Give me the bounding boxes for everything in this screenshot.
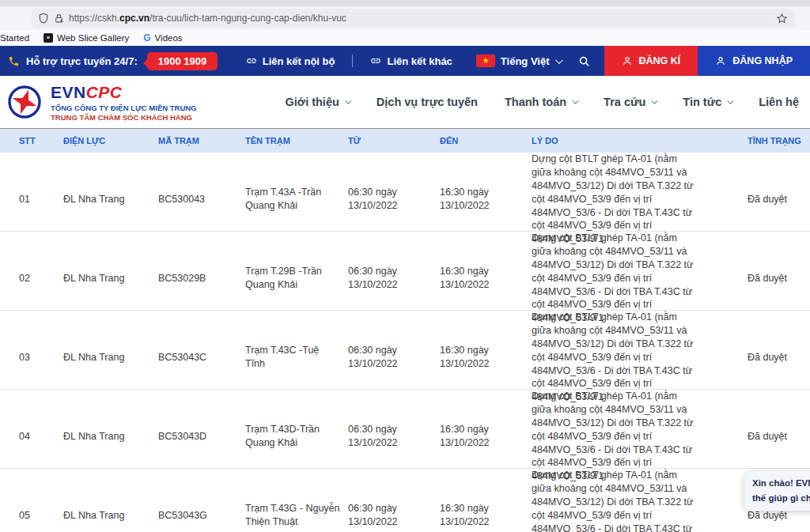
site-header: EVNCPC TỔNG CÔNG TY ĐIỆN LỰC MIỀN TRUNG …	[0, 76, 810, 129]
login-button[interactable]: ĐĂNG NHẬP	[698, 46, 810, 76]
col-header-ten-tram: TÊN TRẠM	[237, 136, 340, 145]
utility-topbar: Hỗ trợ trực tuyến 24/7: 1900 1909 Liên k…	[0, 46, 810, 76]
cell-den: 16:30 ngày 13/10/2022	[432, 344, 524, 371]
nav-item[interactable]: Liên hệ	[759, 96, 799, 108]
bookmark-web-slice-gallery[interactable]: »Web Slice Gallery	[44, 33, 129, 43]
cell-dien-luc: ĐL Nha Trang	[55, 272, 150, 285]
chat-greeting-popup[interactable]: Xin chào! EVNC thế giúp gì cho	[744, 471, 810, 511]
nav-item[interactable]: Tra cứu	[604, 96, 656, 108]
brand-evn: EVN	[51, 83, 86, 101]
cell-tinh-trang: Đã duyệt	[740, 272, 810, 285]
cell-stt: 03	[0, 351, 55, 364]
bookmark-star-icon[interactable]	[776, 13, 788, 25]
google-icon: G	[143, 32, 150, 43]
url-prefix: https://cskh.	[69, 13, 119, 24]
nav-item[interactable]: Tin tức	[683, 96, 732, 108]
cell-tu: 06:30 ngày 13/10/2022	[340, 186, 432, 213]
col-header-tu: TỪ	[340, 136, 432, 145]
evncpc-logo[interactable]: EVNCPC TỔNG CÔNG TY ĐIỆN LỰC MIỀN TRUNG …	[6, 83, 197, 122]
cell-stt: 05	[0, 509, 55, 523]
cell-tu: 06:30 ngày 13/10/2022	[340, 423, 432, 450]
other-links-button[interactable]: Liên kết khác	[353, 55, 469, 67]
cell-dien-luc: ĐL Nha Trang	[55, 351, 150, 364]
cell-den: 16:30 ngày 13/10/2022	[432, 423, 524, 450]
hotline-badge[interactable]: 1900 1909	[147, 52, 218, 70]
chevron-down-icon	[572, 97, 578, 104]
cell-dien-luc: ĐL Nha Trang	[55, 193, 150, 206]
table-row[interactable]: 04 ĐL Nha Trang BC53043D Trạm T.43D-Trần…	[0, 390, 810, 469]
cell-tinh-trang: Đã duyệt	[740, 351, 810, 364]
table-row[interactable]: 03 ĐL Nha Trang BC53043C Trạm T.43C -Tuệ…	[0, 311, 810, 390]
user-icon	[622, 55, 633, 66]
cell-ly-do: Dựng cột BTLT ghép TA-01 (nằm giữa khoản…	[524, 469, 740, 532]
url-domain: cpc.vn	[119, 13, 150, 24]
nav-item[interactable]: Giới thiệu	[286, 96, 350, 108]
cell-tu: 06:30 ngày 13/10/2022	[340, 265, 432, 292]
cell-tinh-trang: Đã duyệt	[740, 430, 810, 443]
evn-star-logo-icon	[6, 84, 43, 120]
nav-item-label: Tin tức	[683, 96, 721, 108]
internal-links-label: Liên kết nội bộ	[263, 55, 335, 67]
col-header-dien-luc: ĐIỆN LỰC	[55, 136, 150, 145]
bookmark-getting-started[interactable]: Started	[0, 33, 29, 43]
bookmark-label: Started	[0, 33, 29, 43]
web-slice-icon: »	[44, 33, 53, 43]
link-icon	[246, 55, 257, 66]
col-header-stt: STT	[0, 136, 55, 145]
outage-table: STT ĐIỆN LỰC MÃ TRẠM TÊN TRẠM TỪ ĐẾN LÝ …	[0, 129, 810, 532]
brand-name: EVNCPC	[51, 83, 197, 102]
cell-den: 16:30 ngày 13/10/2022	[432, 265, 524, 292]
phone-icon	[8, 55, 20, 67]
internal-links-button[interactable]: Liên kết nội bộ	[229, 55, 353, 67]
cell-ma-tram: BC53029B	[150, 272, 237, 285]
cell-dien-luc: ĐL Nha Trang	[55, 430, 150, 443]
company-name: TỔNG CÔNG TY ĐIỆN LỰC MIỀN TRUNG	[51, 104, 197, 112]
bookmark-label: Videos	[155, 33, 183, 43]
nav-item-label: Thanh toán	[505, 96, 566, 108]
cell-ten-tram: Trạm T.43C -Tuệ Tĩnh	[237, 344, 340, 371]
table-row[interactable]: 01 ĐL Nha Trang BC530043 Trạm T.43A -Trầ…	[0, 153, 810, 232]
browser-url-row: https://cskh.cpc.vn/tra-cuu/lich-tam-ngu…	[0, 6, 810, 30]
nav-item[interactable]: Dịch vụ trực tuyến	[377, 96, 478, 108]
url-text: https://cskh.cpc.vn/tra-cuu/lich-tam-ngu…	[69, 13, 346, 24]
shield-icon[interactable]	[38, 13, 49, 24]
language-selector[interactable]: ★ Tiếng Việt	[470, 55, 573, 67]
chevron-down-icon	[555, 56, 562, 64]
bookmark-label: Web Slice Gallery	[57, 33, 129, 43]
search-button[interactable]	[573, 55, 604, 67]
table-row[interactable]: 05 ĐL Nha Trang BC53043G Trạm T.43G - Ng…	[0, 469, 810, 532]
link-icon	[370, 55, 381, 66]
table-row[interactable]: 02 ĐL Nha Trang BC53029B Trạm T.29B -Trầ…	[0, 232, 810, 311]
register-label: ĐĂNG KÍ	[639, 55, 681, 66]
col-header-den: ĐẾN	[432, 136, 524, 145]
cell-tinh-trang: Đã duyệt	[740, 509, 810, 523]
cell-tu: 06:30 ngày 13/10/2022	[340, 502, 432, 529]
url-bar[interactable]: https://cskh.cpc.vn/tra-cuu/lich-tam-ngu…	[32, 9, 794, 28]
cell-stt: 02	[0, 272, 55, 285]
cell-ten-tram: Trạm T.43D-Trần Quang Khải	[237, 423, 340, 450]
lock-warning-icon[interactable]	[54, 13, 64, 24]
nav-item-label: Dịch vụ trực tuyến	[377, 96, 478, 108]
search-icon	[578, 55, 590, 67]
chat-message-line1: Xin chào! EVNC	[752, 476, 810, 491]
support-label: Hỗ trợ trực tuyến 24/7:	[26, 55, 138, 67]
col-header-ma-tram: MÃ TRẠM	[150, 136, 237, 145]
outage-table-body: 01 ĐL Nha Trang BC530043 Trạm T.43A -Trầ…	[0, 153, 810, 532]
cell-tinh-trang: Đã duyệt	[740, 193, 810, 206]
nav-item[interactable]: Thanh toán	[505, 96, 577, 108]
chevron-down-icon	[727, 97, 733, 104]
bookmark-videos[interactable]: GVideos	[143, 32, 182, 43]
cell-tu: 06:30 ngày 13/10/2022	[340, 344, 432, 371]
brand-cpc: CPC	[86, 83, 123, 101]
login-label: ĐĂNG NHẬP	[732, 55, 793, 66]
register-button[interactable]: ĐĂNG KÍ	[604, 46, 698, 76]
cell-den: 16:30 ngày 13/10/2022	[432, 502, 524, 529]
cell-ten-tram: Trạm T.43A -Trần Quang Khải	[237, 186, 340, 213]
chevron-down-icon	[651, 97, 657, 104]
col-header-ly-do: LÝ DO	[524, 136, 740, 145]
cell-ma-tram: BC53043G	[150, 509, 237, 523]
cell-ten-tram: Trạm T.29B -Trần Quang Khải	[237, 265, 340, 292]
chevron-down-icon	[345, 97, 351, 104]
cell-ten-tram: Trạm T.43G - Nguyễn Thiện Thuật	[237, 502, 340, 529]
vietnam-flag-icon: ★	[476, 55, 495, 67]
